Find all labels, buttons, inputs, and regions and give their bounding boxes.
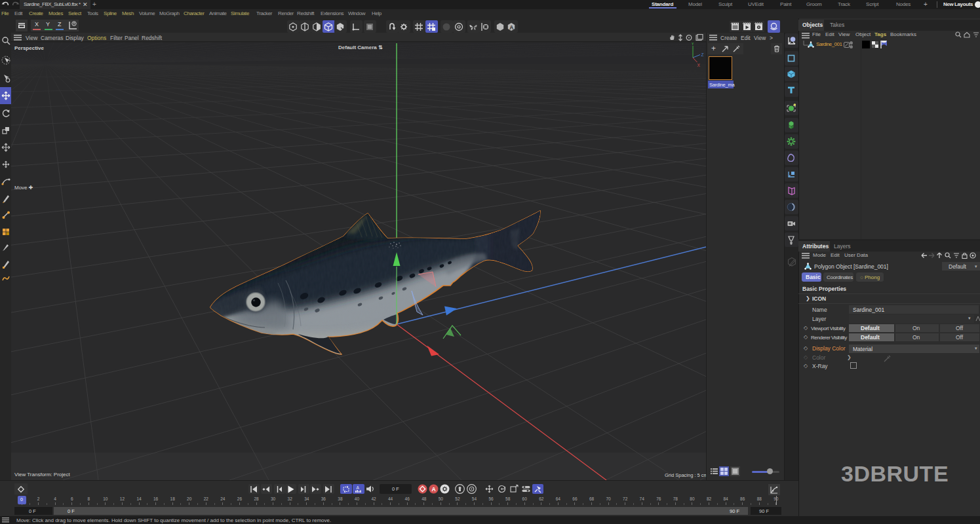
svg-text:Z: Z	[701, 52, 704, 57]
svg-text:A: A	[509, 24, 513, 30]
svg-text:A: A	[357, 485, 360, 490]
svg-text:X: X	[697, 63, 701, 67]
svg-text:A: A	[432, 486, 436, 493]
svg-text:Y: Y	[692, 43, 695, 46]
